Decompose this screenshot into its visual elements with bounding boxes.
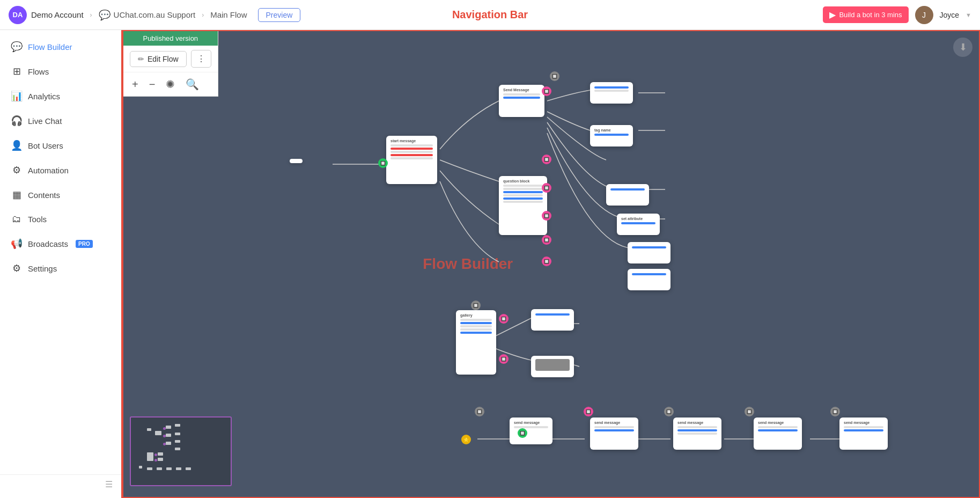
entry-node[interactable] <box>290 159 303 163</box>
nb5-title: send message <box>844 421 883 424</box>
build-bot-label: Build a bot in 3 mins <box>839 11 902 19</box>
dot-pink-mid-2[interactable]: 🔲 <box>499 354 509 364</box>
user-menu-chevron[interactable]: ▼ <box>966 12 971 18</box>
nl5 <box>503 197 543 200</box>
edit-flow-button[interactable]: ✏ Edit Flow <box>130 51 187 67</box>
nl3 <box>503 191 543 193</box>
node-card-top[interactable]: Send Message <box>499 85 544 117</box>
dot-pink-2[interactable]: 🔲 <box>542 155 551 164</box>
node-line-3 <box>390 151 433 153</box>
channel-name: UChat.com.au Support <box>114 10 196 19</box>
analytics-icon: 📊 <box>11 90 23 102</box>
nr6l <box>632 273 666 275</box>
more-options-button[interactable]: ⋮ <box>191 50 211 68</box>
dot-gray-mid[interactable]: 🔲 <box>471 301 481 310</box>
nb5l1 <box>844 426 883 428</box>
broadcasts-icon: 📢 <box>11 238 23 250</box>
nb4l1 <box>758 426 798 428</box>
zoom-in-button[interactable]: + <box>130 77 141 92</box>
node-title: start message <box>390 139 433 143</box>
node-right-5[interactable] <box>628 242 670 263</box>
automation-icon: ⚙ <box>11 164 23 176</box>
nmr1l <box>535 313 570 316</box>
nb1-title: send message <box>514 421 548 424</box>
sidebar-item-tools[interactable]: 🗂 Tools <box>0 207 121 231</box>
node-card-mid[interactable]: question block <box>499 176 547 235</box>
node-right-2[interactable]: tag name <box>590 125 633 147</box>
nml1 <box>460 319 492 321</box>
node-right-1[interactable] <box>590 82 633 104</box>
dot-pink-6[interactable]: 🔲 <box>542 257 551 266</box>
flow-toolbar: Published version ✏ Edit Flow ⋮ + − ✺ 🔍 <box>123 31 218 97</box>
node-right-3[interactable] <box>606 184 649 206</box>
dot-pink-mid-1[interactable]: 🔲 <box>499 314 509 324</box>
sidebar-item-label: Automation <box>28 166 69 175</box>
sidebar-bottom: ☰ <box>0 474 121 494</box>
node-bot-1[interactable]: send message <box>510 418 552 444</box>
user-name[interactable]: Joyce <box>940 11 960 19</box>
nr3l <box>610 188 645 191</box>
dot-pink-1[interactable]: 🔲 <box>542 86 551 96</box>
dot-gray-bot[interactable]: 🔲 <box>475 407 484 416</box>
nb4-title: send message <box>758 421 798 424</box>
dot-pink-3[interactable]: 🔲 <box>542 183 551 193</box>
node-bot-5[interactable]: send message <box>839 418 888 450</box>
fit-view-button[interactable]: ✺ <box>164 77 177 92</box>
toolbar-row1: ✏ Edit Flow ⋮ <box>123 46 218 72</box>
sidebar-item-label: Tools <box>28 215 47 224</box>
sidebar-item-bot-users[interactable]: 👤 Bot Users <box>0 133 121 158</box>
channel-section[interactable]: 💬 UChat.com.au Support <box>99 9 196 21</box>
dot-gray-bot-3[interactable]: 🔲 <box>745 407 754 416</box>
node-mid-main[interactable]: gallery <box>456 310 496 375</box>
flow-canvas[interactable]: ⬇ Flow Builder <box>123 31 979 497</box>
sidebar-item-settings[interactable]: ⚙ Settings <box>0 256 121 281</box>
sidebar-item-flows[interactable]: ⊞ Flows <box>0 59 121 84</box>
sidebar-item-analytics[interactable]: 📊 Analytics <box>0 84 121 108</box>
entry-dot-green[interactable]: 🔲 <box>378 158 388 168</box>
minimap-inner <box>131 418 231 485</box>
node-right-4[interactable]: set attribute <box>617 214 660 235</box>
node-line-1 <box>390 144 433 147</box>
node-bot-4[interactable]: send message <box>754 418 802 450</box>
node-line-5 <box>390 157 433 159</box>
navbar: DA Demo Account › 💬 UChat.com.au Support… <box>0 0 980 30</box>
sidebar-item-broadcasts[interactable]: 📢 Broadcasts PRO <box>0 231 121 256</box>
dot-gray-bot-4[interactable]: 🔲 <box>830 407 840 416</box>
dot-pink-4[interactable]: 🔲 <box>542 211 551 221</box>
build-bot-button[interactable]: ▶ Build a bot in 3 mins <box>823 6 908 23</box>
node-mid-right-2[interactable] <box>531 356 574 377</box>
nr1l2 <box>594 90 629 92</box>
sidebar-item-live-chat[interactable]: 🎧 Live Chat <box>0 108 121 133</box>
sidebar-item-label: Flow Builder <box>28 42 72 52</box>
nb1l <box>514 426 548 428</box>
node-bot-3[interactable]: send message <box>673 418 721 450</box>
node-bot-2[interactable]: send message <box>590 418 638 450</box>
dot-gray-bot-2[interactable]: 🔲 <box>664 407 674 416</box>
sidebar-collapse-button[interactable]: ☰ <box>9 479 113 489</box>
nb2l2 <box>594 429 634 431</box>
zoom-out-button[interactable]: − <box>147 77 158 92</box>
sidebar-item-contents[interactable]: ▦ Contents <box>0 182 121 207</box>
dot-yellow-bot[interactable]: ⭐ <box>461 435 471 444</box>
node-card-main[interactable]: start message <box>386 136 437 184</box>
contents-icon: ▦ <box>11 189 23 201</box>
nl4 <box>503 194 543 196</box>
node-right-6[interactable] <box>628 269 670 290</box>
dot-green-bot[interactable]: 🔲 <box>518 428 527 438</box>
preview-button[interactable]: Preview <box>258 8 301 22</box>
account-name[interactable]: Demo Account <box>31 10 84 19</box>
dot-pink-bot-1[interactable]: 🔲 <box>584 407 593 416</box>
node-mid-right-1[interactable] <box>531 309 574 331</box>
nml5 <box>460 332 492 334</box>
account-avatar: DA <box>9 6 27 24</box>
search-button[interactable]: 🔍 <box>183 77 201 92</box>
nm-title: gallery <box>460 313 492 317</box>
sidebar-item-label: Contents <box>28 191 60 200</box>
sidebar-item-flow-builder[interactable]: 💬 Flow Builder <box>0 34 121 59</box>
dot-gray-top[interactable]: 🔲 <box>550 71 559 81</box>
nr4-title: set attribute <box>621 217 655 221</box>
sidebar-item-automation[interactable]: ⚙ Automation <box>0 158 121 182</box>
nb3l1 <box>677 426 717 428</box>
navbar-section-label: Navigation Bar <box>452 9 528 21</box>
dot-pink-5[interactable]: 🔲 <box>542 235 551 245</box>
